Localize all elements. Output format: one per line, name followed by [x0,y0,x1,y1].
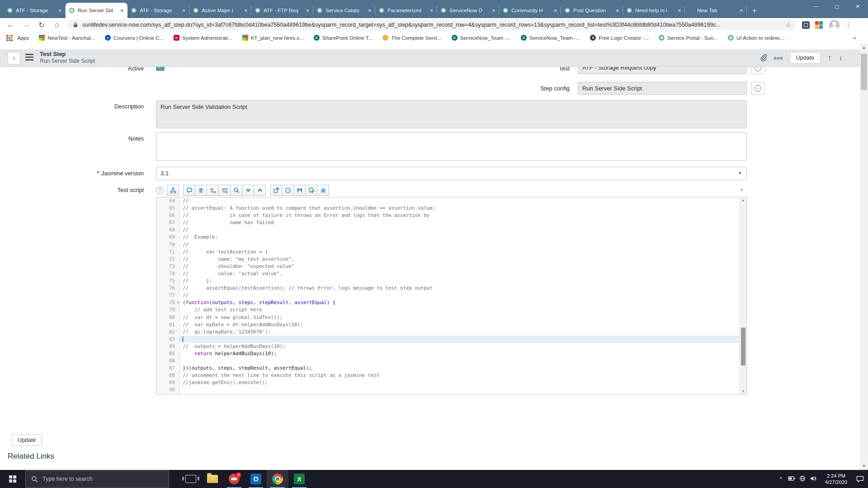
code-line[interactable]: 80// var dt = new global.SidTest(); [156,314,740,321]
code-fold-icon[interactable]: ▼ [177,299,179,306]
more-options-button[interactable]: ooo [774,56,783,61]
search-icon[interactable] [230,185,242,196]
code-line[interactable]: 89//jasmine.getEnv().execute(); [156,379,740,386]
browser-tab[interactable]: Post Question✕ [561,3,623,18]
tab-close-icon[interactable]: ✕ [492,8,495,13]
browser-tab[interactable]: Service Catalo✕ [313,3,375,18]
excel-button[interactable]: X [288,470,310,488]
outlook-button[interactable]: O [245,470,267,488]
active-checkbox[interactable]: ✓ [156,66,165,71]
bookmark-item[interactable]: The Complete Servi... [382,35,441,41]
code-line[interactable]: 64// [156,197,740,205]
find-next-icon[interactable] [242,185,254,196]
tab-close-icon[interactable]: ✕ [182,8,186,13]
previous-record-icon[interactable]: ↑ [828,53,832,62]
editor-scroll-down-icon[interactable]: ▼ [740,389,746,393]
editor-scroll-up-icon[interactable]: ▲ [740,198,746,202]
code-line[interactable]: 79 // add test script here [156,306,740,314]
extension-icon-2[interactable] [815,21,823,29]
back-icon[interactable]: ← [6,20,15,29]
description-field[interactable]: Run Server Side Validation Script [156,100,747,128]
task-view-button[interactable] [180,470,202,488]
page-scroll-up-icon[interactable]: ▲ [860,46,868,50]
network-icon[interactable] [797,475,808,483]
find-previous-icon[interactable] [254,185,266,196]
bookmark-item[interactable]: nSystem Administrati... [174,35,232,41]
bookmark-item[interactable]: KT_plan_new hires.x... [242,35,304,41]
taskbar-search-box[interactable]: Type here to search [25,470,169,488]
minimize-button[interactable]: ─ [806,0,826,14]
forward-icon[interactable]: → [22,20,31,29]
browser-tab[interactable]: Community H✕ [499,3,561,18]
format-code-icon[interactable] [195,185,207,196]
code-line[interactable]: 81// var myDate = dt.helperAddBusDays(10… [156,321,740,328]
address-bar[interactable]: sunlifedev.service-now.com/sys_atf_step.… [67,19,796,30]
home-icon[interactable]: ⌂ [52,20,61,29]
bookmark-item[interactable]: Service Portal - Sun... [659,35,718,41]
attachment-paperclip-icon[interactable] [760,54,767,62]
bookmarks-overflow-icon[interactable]: » [853,34,856,41]
tab-close-icon[interactable]: ✕ [120,8,124,13]
notification-app-button[interactable]: 2 [223,470,245,488]
next-record-icon[interactable]: ↓ [839,53,843,62]
code-line[interactable]: 87})(outputs, steps, stepResult, assertE… [156,365,740,372]
header-update-button[interactable]: Update [790,52,821,64]
page-scrollbar-thumb[interactable] [861,54,867,90]
start-button[interactable] [0,470,25,488]
script-code-editor[interactable]: 64//65// assertEqual: A function used to… [156,197,747,394]
notes-field[interactable] [156,132,747,161]
reload-icon[interactable]: ↻ [37,20,46,30]
code-line[interactable]: 90 [156,386,740,394]
form-context-menu-icon[interactable] [25,54,33,61]
code-line[interactable]: 70// [156,241,740,249]
tab-close-icon[interactable]: ✕ [368,8,372,13]
code-line[interactable]: 67// name has failed [156,219,740,226]
code-line[interactable]: 65// assertEqual: A function used to com… [156,205,740,212]
bookmark-item[interactable]: NewTest - Aanchal... [39,35,95,41]
form-back-button[interactable]: ‹ [8,52,20,65]
toggle-comment-icon[interactable] [183,185,195,196]
code-line[interactable]: 78▼(function(outputs, steps, stepResult,… [156,299,740,306]
browser-tab[interactable]: Parameterized✕ [375,3,437,18]
save-icon[interactable] [293,185,306,196]
code-line[interactable]: 82// gs.log(myDate,'12345678'); [156,328,740,336]
action-center-button[interactable] [852,470,868,488]
code-line[interactable]: 85 return helperAddBusDays(10); [156,350,740,357]
bookmark-apps[interactable]: Apps [17,35,29,41]
browser-tab[interactable]: ServiceNow D✕ [437,3,499,18]
bookmark-item[interactable]: SServiceNow_Team -... [452,35,511,41]
code-line[interactable]: 71// var testAssertion = { [156,249,740,256]
tab-close-icon[interactable]: ✕ [554,8,557,13]
code-line[interactable]: 76// assertEqual(testAssertion); // thro… [156,285,740,292]
footer-update-button[interactable]: Update [11,434,42,446]
tab-close-icon[interactable]: ✕ [306,8,310,13]
volume-icon[interactable] [808,476,819,483]
replace-all-icon[interactable]: abac [218,185,231,196]
code-line[interactable]: 72// name: "my test assertion", [156,256,740,263]
code-line[interactable]: 68// [156,226,740,234]
code-line[interactable]: 69// Example: [156,234,740,241]
hidden-icons-chevron[interactable]: ^ [775,476,786,482]
code-line[interactable]: 66// in case of failure it throws an Err… [156,212,740,219]
tab-close-icon[interactable]: ✕ [58,8,62,13]
code-line[interactable]: 74// value: "actual value", [156,270,740,277]
chrome-button[interactable] [267,470,288,488]
battery-icon[interactable] [786,476,797,482]
taskbar-clock[interactable]: 2:24 PM 4/27/2020 [825,473,847,485]
syntax-check-icon[interactable] [305,185,317,196]
editor-scrollbar-thumb[interactable] [741,328,745,366]
browser-menu-icon[interactable]: ⋮ [845,21,852,29]
toolbar-expand-icon[interactable]: › [736,184,746,195]
close-button[interactable]: ✕ [847,0,868,14]
tab-close-icon[interactable]: ✕ [430,8,434,13]
code-line[interactable]: 84// outputs = helperAddBusDays(10); [156,343,740,350]
new-tab-button[interactable]: + [752,7,757,14]
extension-icon-1[interactable] [802,21,810,29]
browser-tab[interactable]: New Tab✕ [685,3,747,18]
code-line[interactable]: 88// uncomment the next line to execute … [156,372,740,379]
bookmark-item[interactable]: SSharePoint Online T... [314,35,373,41]
code-line[interactable]: 86 [156,357,740,365]
tab-close-icon[interactable]: ✕ [740,8,743,13]
code-line[interactable]: 83 [156,336,740,343]
tab-close-icon[interactable]: ✕ [244,8,248,13]
